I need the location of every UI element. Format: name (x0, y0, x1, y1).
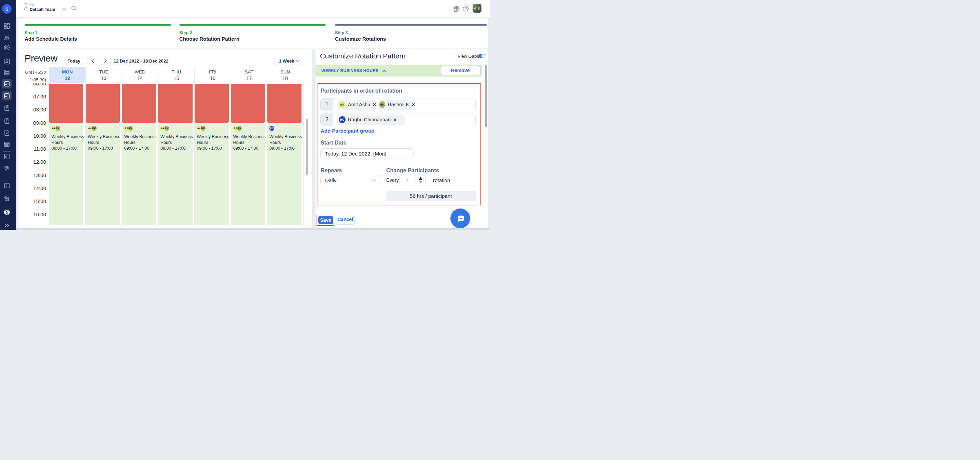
svg-text:$: $ (6, 198, 8, 201)
